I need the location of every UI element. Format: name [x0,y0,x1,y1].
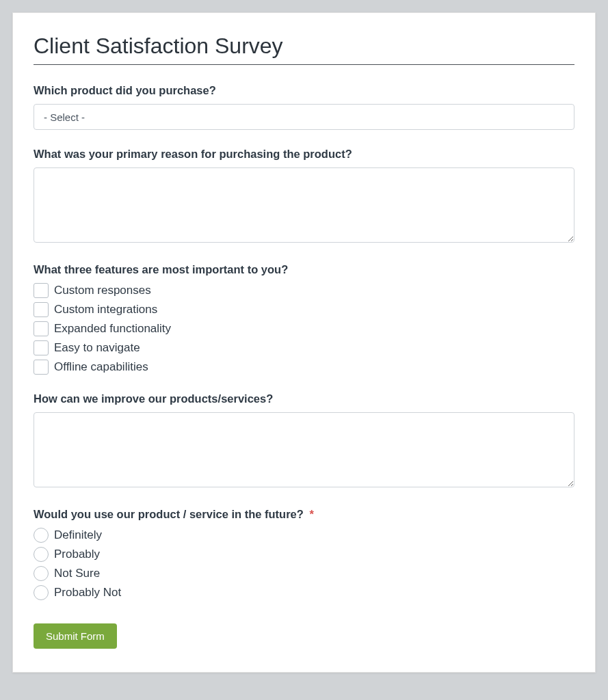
required-asterisk-icon: * [309,508,313,520]
option-label: Custom responses [54,284,151,297]
radio-option[interactable]: Probably Not [34,585,574,600]
question-important-features: What three features are most important t… [34,263,574,375]
submit-button[interactable]: Submit Form [34,623,117,649]
checkbox-option[interactable]: Custom integrations [34,302,574,317]
checkbox-option[interactable]: Offline capabilities [34,360,574,375]
option-label: Probably Not [54,586,121,600]
radio-icon[interactable] [34,528,49,543]
checkbox-icon[interactable] [34,360,49,375]
product-select[interactable]: - Select - [34,104,574,130]
radio-list: Definitely Probably Not Sure Probably No… [34,528,574,600]
option-label: Custom integrations [54,303,157,317]
option-label: Probably [54,548,100,561]
checkbox-list: Custom responses Custom integrations Exp… [34,283,574,375]
question-future-use: Would you use our product / service in t… [34,508,574,600]
option-label: Expanded functionality [54,322,171,336]
checkbox-icon[interactable] [34,283,49,298]
checkbox-option[interactable]: Custom responses [34,283,574,298]
question-primary-reason: What was your primary reason for purchas… [34,148,574,245]
question-product-purchased: Which product did you purchase? - Select… [34,84,574,130]
option-label: Easy to navigate [54,341,140,355]
question-label: What was your primary reason for purchas… [34,148,574,161]
checkbox-icon[interactable] [34,302,49,317]
question-label: What three features are most important t… [34,263,574,276]
checkbox-icon[interactable] [34,340,49,355]
question-label: Which product did you purchase? [34,84,574,97]
select-wrapper: - Select - [34,104,574,130]
question-label: Would you use our product / service in t… [34,508,574,521]
primary-reason-textarea[interactable] [34,167,574,243]
improvements-textarea[interactable] [34,412,574,487]
option-label: Not Sure [54,567,100,580]
radio-icon[interactable] [34,566,49,581]
checkbox-option[interactable]: Easy to navigate [34,340,574,355]
checkbox-option[interactable]: Expanded functionality [34,321,574,336]
survey-form: Client Satisfaction Survey Which product… [12,12,596,673]
question-improvements: How can we improve our products/services… [34,392,574,490]
option-label: Offline capabilities [54,360,148,374]
radio-icon[interactable] [34,585,49,600]
radio-icon[interactable] [34,547,49,562]
option-label: Definitely [54,528,102,542]
checkbox-icon[interactable] [34,321,49,336]
radio-option[interactable]: Definitely [34,528,574,543]
form-title: Client Satisfaction Survey [34,33,574,65]
radio-option[interactable]: Not Sure [34,566,574,581]
question-label: How can we improve our products/services… [34,392,574,405]
question-label-text: Would you use our product / service in t… [34,508,304,520]
radio-option[interactable]: Probably [34,547,574,562]
